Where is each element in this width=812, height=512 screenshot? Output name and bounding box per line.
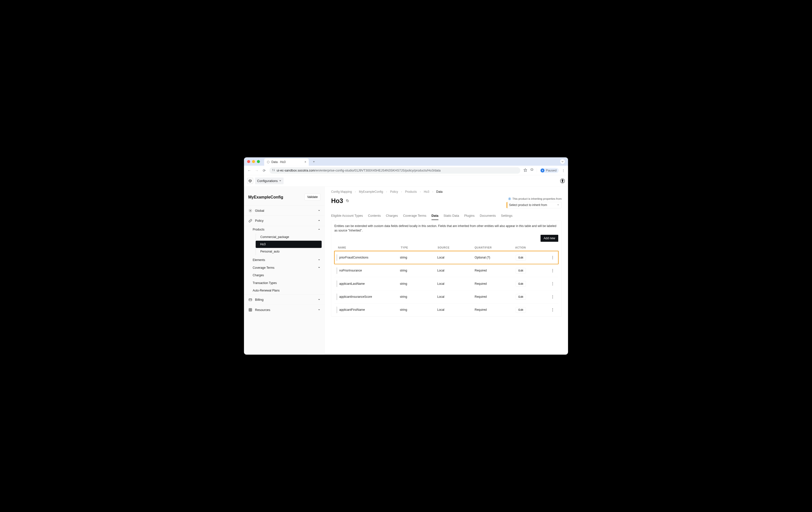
back-button[interactable]: ←	[247, 168, 252, 172]
sidebar-item-resources[interactable]: Resources	[244, 305, 325, 315]
chevron-down-icon	[557, 203, 559, 207]
chevron-right-icon	[401, 190, 403, 194]
breadcrumb-item: Data	[436, 190, 442, 194]
sidebar-product-ho3[interactable]: Ho3	[256, 241, 322, 248]
row-menu-icon[interactable]	[550, 308, 556, 312]
svg-point-24	[552, 285, 553, 285]
project-name: MyExampleConfig	[248, 195, 283, 199]
sidebar-item-transaction-types[interactable]: Transaction Types	[249, 279, 325, 287]
sidebar-auto-renewal-label: Auto-Renewal Plans	[253, 289, 280, 292]
browser-tab[interactable]: Data · Ho3 ×	[264, 159, 309, 166]
tab-documents[interactable]: Documents	[480, 213, 496, 220]
products-tree: Commercial_package	[256, 233, 325, 241]
tab-coverage-terms[interactable]: Coverage Terms	[403, 213, 426, 220]
breadcrumb: Config MappingMyExampleConfigPolicyProdu…	[331, 190, 561, 194]
main-content: Config MappingMyExampleConfigPolicyProdu…	[325, 187, 568, 354]
cell-action: Edit	[516, 268, 550, 274]
cell-type: string	[400, 256, 437, 259]
inherit-box: i This product is inheriting properties …	[506, 197, 562, 208]
breadcrumb-item[interactable]: Products	[405, 190, 417, 194]
sidebar-billing-label: Billing	[255, 298, 263, 301]
sidebar-item-billing[interactable]: Billing	[244, 294, 325, 305]
sidebar-item-policy[interactable]: Policy	[244, 216, 325, 226]
copy-icon[interactable]	[346, 199, 349, 203]
sidebar-item-auto-renewal[interactable]: Auto-Renewal Plans	[249, 287, 325, 294]
sidebar-item-charges[interactable]: Charges	[249, 272, 325, 279]
tab-overflow-button[interactable]	[560, 159, 565, 164]
link-icon	[248, 219, 253, 223]
profile-avatar: S	[541, 169, 545, 172]
sidebar-product-commercial[interactable]: Commercial_package	[256, 233, 324, 241]
sidebar-item-products[interactable]: Products	[249, 226, 325, 233]
tab-settings[interactable]: Settings	[501, 213, 513, 220]
configurations-label: Configurations	[257, 179, 278, 182]
maximize-window[interactable]	[257, 160, 260, 163]
sidebar-item-global[interactable]: Global	[244, 205, 325, 216]
row-accent-bar	[336, 281, 337, 287]
sidebar-charges-label: Charges	[253, 274, 264, 277]
bookmark-icon[interactable]	[523, 168, 527, 172]
row-menu-icon[interactable]	[550, 256, 556, 259]
validate-button[interactable]: Validate	[304, 194, 320, 200]
cell-source: Local	[437, 256, 475, 259]
tab-plugins[interactable]: Plugins	[464, 213, 475, 220]
gear-icon	[248, 208, 253, 213]
cell-quantifier: Required	[475, 269, 516, 273]
tab-eligible-account-types[interactable]: Eligible Account Types	[331, 213, 363, 220]
forward-button[interactable]: →	[255, 168, 259, 172]
svg-marker-6	[524, 169, 527, 171]
sidebar-coverage-terms-label: Coverage Terms	[253, 266, 274, 269]
new-tab-button[interactable]: +	[312, 160, 316, 164]
tab-data[interactable]: Data	[432, 213, 438, 220]
breadcrumb-item[interactable]: Config Mapping	[331, 190, 352, 194]
inherit-select[interactable]: Select product to inherit from	[506, 202, 562, 208]
table-body: priorFraudConvictionsstringLocalOptional…	[335, 251, 558, 316]
col-name: NAME	[338, 246, 401, 249]
svg-point-3	[274, 170, 274, 171]
cell-type: string	[400, 269, 437, 273]
svg-point-23	[552, 284, 553, 284]
edit-button[interactable]: Edit	[516, 294, 526, 300]
table-row: applicantLastNamestringLocalRequiredEdit	[335, 277, 558, 290]
cell-name: priorFraudConvictions	[336, 254, 400, 261]
table-header: NAME TYPE SOURCE QUANTIFIER ACTION	[335, 244, 558, 251]
row-accent-bar	[336, 293, 337, 300]
breadcrumb-item[interactable]: Policy	[390, 190, 398, 194]
add-new-button[interactable]: Add new	[541, 235, 558, 242]
cell-action: Edit	[516, 294, 550, 300]
policy-subnav: Products Commercial_package Ho3 Personal…	[244, 226, 325, 294]
profile-paused-pill[interactable]: S Paused	[540, 168, 559, 173]
sidebar-item-coverage-terms[interactable]: Coverage Terms	[249, 264, 325, 272]
tab-charges[interactable]: Charges	[386, 213, 398, 220]
chrome-menu-icon[interactable]: ⋮	[562, 169, 565, 172]
svg-rect-10	[249, 309, 252, 311]
user-menu-icon[interactable]	[560, 178, 565, 183]
configurations-dropdown[interactable]: Configurations	[255, 177, 284, 184]
close-tab-icon[interactable]: ×	[304, 161, 306, 164]
row-menu-icon[interactable]	[550, 282, 556, 285]
breadcrumb-item[interactable]: MyExampleConfig	[359, 190, 383, 194]
minimize-window[interactable]	[252, 160, 255, 163]
sidebar-product-personal-auto[interactable]: Personal_auto	[256, 248, 324, 255]
row-menu-icon[interactable]	[550, 269, 556, 273]
tab-static-data[interactable]: Static Data	[443, 213, 459, 220]
sidebar-header: MyExampleConfig Validate	[244, 191, 325, 205]
edit-button[interactable]: Edit	[516, 307, 526, 313]
edit-button[interactable]: Edit	[516, 281, 526, 287]
tab-contents[interactable]: Contents	[368, 213, 381, 220]
svg-point-16	[552, 256, 553, 257]
row-menu-icon[interactable]	[550, 295, 556, 298]
site-settings-icon[interactable]	[272, 169, 275, 172]
chevron-down-icon	[279, 179, 282, 182]
row-accent-bar	[336, 254, 337, 261]
edit-button[interactable]: Edit	[516, 268, 526, 274]
sidebar-item-elements[interactable]: Elements	[249, 256, 325, 264]
close-window[interactable]	[247, 160, 250, 163]
breadcrumb-item[interactable]: Ho3	[424, 190, 429, 194]
url-input[interactable]: ui-ec-sandbox.socotra.com/en/enterprise-…	[269, 167, 521, 174]
edit-button[interactable]: Edit	[516, 255, 526, 260]
extensions-icon[interactable]	[530, 168, 534, 172]
app-logo-icon[interactable]	[247, 178, 253, 184]
table-row: noPriorInsurancestringLocalRequiredEdit	[335, 264, 558, 277]
reload-button[interactable]: ⟳	[262, 168, 266, 172]
